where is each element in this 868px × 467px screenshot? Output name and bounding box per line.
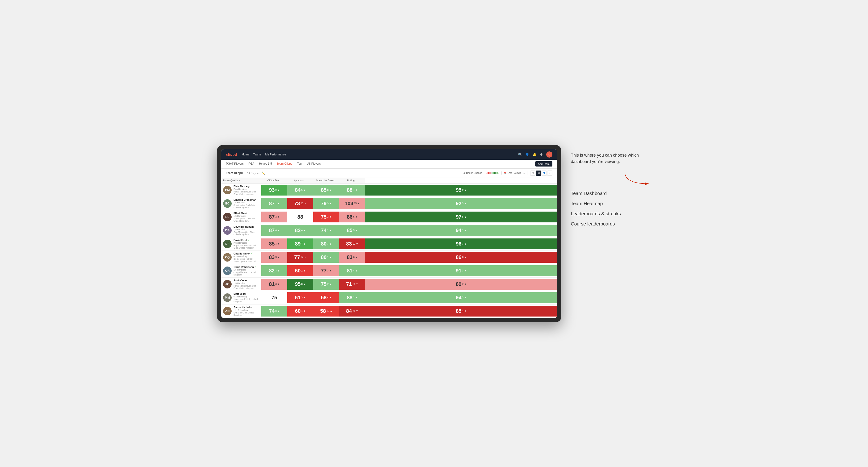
last-rounds-button[interactable]: 📅 Last Rounds: 20 (501, 171, 527, 175)
player-name[interactable]: Aaron Nicholls (234, 306, 259, 309)
score-putting-3[interactable]: 941 ▲ (365, 224, 557, 237)
player-name[interactable]: Chris Robertson ✓ (234, 266, 259, 269)
table-row[interactable]: ANAaron Nicholls11-15 HandicapDrift Golf… (221, 304, 557, 318)
nav-teams[interactable]: Teams (253, 152, 261, 157)
score-approach-4[interactable]: 803 ▲ (313, 237, 339, 250)
score-quality-0[interactable]: 939 ▲ (261, 183, 287, 197)
score-change: 4 ▲ (353, 269, 358, 272)
score-off_tee-2[interactable]: 88 (287, 210, 313, 224)
score-around_green-0[interactable]: 881 ▼ (339, 183, 365, 197)
score-quality-1[interactable]: 871 ▲ (261, 197, 287, 210)
score-off_tee-8[interactable]: 613 ▼ (287, 291, 313, 304)
player-name[interactable]: David Ford ✓ (234, 239, 259, 242)
profile-icon[interactable]: 👤 (525, 153, 529, 156)
score-around_green-9[interactable]: 8421 ▼ (339, 304, 365, 318)
table-row[interactable]: BMBlair McHargPlus HandicapRoyal North D… (221, 183, 557, 197)
player-name[interactable]: Matt Miller (234, 292, 259, 295)
score-around_green-8[interactable]: 882 ▼ (339, 291, 365, 304)
score-around_green-3[interactable]: 853 ▼ (339, 224, 365, 237)
score-putting-6[interactable]: 913 ▼ (365, 264, 557, 277)
score-putting-4[interactable]: 963 ▲ (365, 237, 557, 250)
score-approach-0[interactable]: 858 ▲ (313, 183, 339, 197)
score-quality-5[interactable]: 833 ▼ (261, 250, 287, 264)
table-row[interactable]: ECEdward Crossman1-5 HandicapSunningdale… (221, 197, 557, 210)
score-putting-0[interactable]: 959 ▲ (365, 183, 557, 197)
edit-team-icon[interactable]: ✏️ (261, 172, 265, 175)
score-approach-7[interactable]: 752 ▲ (313, 277, 339, 291)
notification-icon[interactable]: 🔔 (533, 153, 536, 156)
col-header-off-tee[interactable]: Off the Tee — (261, 178, 287, 184)
table-row[interactable]: JCJosh Coles1-5 HandicapRoyal North Devo… (221, 277, 557, 291)
score-quality-3[interactable]: 874 ▲ (261, 224, 287, 237)
col-header-putting[interactable]: Putting — (339, 178, 365, 184)
subnav-tour[interactable]: Tour (297, 160, 303, 168)
score-around_green-6[interactable]: 814 ▲ (339, 264, 365, 277)
score-approach-9[interactable]: 5810 ▲ (313, 304, 339, 318)
player-name[interactable]: Josh Coles (234, 279, 259, 282)
view-download-button[interactable]: ↓ (547, 170, 552, 176)
subnav-all-players[interactable]: All Players (307, 160, 321, 168)
score-approach-1[interactable]: 799 ▲ (313, 197, 339, 210)
score-off_tee-3[interactable]: 824 ▲ (287, 224, 313, 237)
view-person-button[interactable]: 👤 (541, 170, 547, 176)
score-off_tee-1[interactable]: 7311 ▼ (287, 197, 313, 210)
nav-my-performance[interactable]: My Performance (266, 152, 286, 157)
table-row[interactable]: CRChris Robertson ✓1-5 HandicapCraigmill… (221, 264, 557, 277)
nav-home[interactable]: Home (242, 152, 249, 157)
score-putting-8[interactable]: 943 ▲ (365, 291, 557, 304)
score-around_green-7[interactable]: 7111 ▼ (339, 277, 365, 291)
score-off_tee-6[interactable]: 602 ▲ (287, 264, 313, 277)
score-approach-8[interactable]: 584 ▲ (313, 291, 339, 304)
player-name[interactable]: Edward Crossman (234, 198, 259, 201)
subnav-hcaps[interactable]: Hcaps 1-5 (259, 160, 272, 168)
sort-arrow-off-tee: — (280, 180, 281, 182)
score-putting-1[interactable]: 923 ▼ (365, 197, 557, 210)
col-header-approach[interactable]: Approach — (287, 178, 313, 184)
add-team-button[interactable]: Add Team (535, 161, 552, 166)
search-icon[interactable]: 🔍 (518, 153, 522, 156)
score-putting-2[interactable]: 975 ▲ (365, 210, 557, 224)
subnav-team-clippd[interactable]: Team Clippd (277, 160, 292, 168)
score-quality-7[interactable]: 813 ▼ (261, 277, 287, 291)
settings-icon[interactable]: ⚙ (540, 153, 543, 156)
score-quality-9[interactable]: 748 ▲ (261, 304, 287, 318)
score-around_green-4[interactable]: 8310 ▼ (339, 237, 365, 250)
player-name[interactable]: Elliot Ebert (234, 212, 259, 215)
score-quality-8[interactable]: 75 (261, 291, 287, 304)
score-quality-2[interactable]: 873 ▼ (261, 210, 287, 224)
score-putting-9[interactable]: 854 ▼ (365, 304, 557, 318)
view-grid-button[interactable]: ⊞ (530, 170, 535, 176)
score-off_tee-9[interactable]: 601 ▼ (287, 304, 313, 318)
score-approach-2[interactable]: 753 ▼ (313, 210, 339, 224)
score-putting-7[interactable]: 892 ▼ (365, 277, 557, 291)
score-approach-3[interactable]: 741 ▲ (313, 224, 339, 237)
col-header-around-green[interactable]: Around the Green — (313, 178, 339, 184)
table-row[interactable]: DFDavid Ford ✓Plus HandicapRoyal North D… (221, 237, 557, 250)
score-around_green-2[interactable]: 866 ▼ (339, 210, 365, 224)
table-row[interactable]: EEElliot Ebert1-5 HandicapSunningdale Go… (221, 210, 557, 224)
score-off_tee-7[interactable]: 958 ▲ (287, 277, 313, 291)
table-row[interactable]: MMMatt Miller6-10 HandicapWoburn Golf Cl… (221, 291, 557, 304)
view-table-button[interactable]: ▦ (536, 170, 541, 176)
score-around_green-1[interactable]: 10315 ▲ (339, 197, 365, 210)
subnav-pga[interactable]: PGA (248, 160, 254, 168)
score-putting-5[interactable]: 868 ▼ (365, 250, 557, 264)
score-approach-6[interactable]: 773 ▼ (313, 264, 339, 277)
score-value: 84 (295, 187, 301, 193)
score-off_tee-4[interactable]: 897 ▲ (287, 237, 313, 250)
player-name[interactable]: Blair McHarg (234, 185, 259, 188)
score-approach-5[interactable]: 801 ▲ (313, 250, 339, 264)
player-name[interactable]: Dave Billingham (234, 225, 259, 228)
table-row[interactable]: DBDave Billingham1-5 HandicapGog Magog G… (221, 224, 557, 237)
score-off_tee-0[interactable]: 846 ▲ (287, 183, 313, 197)
score-quality-4[interactable]: 853 ▼ (261, 237, 287, 250)
col-header-player[interactable]: Player Quality ▼ (221, 178, 261, 184)
user-avatar[interactable]: U (546, 151, 552, 158)
score-change: 3 ▼ (328, 216, 332, 218)
score-around_green-5[interactable]: 836 ▼ (339, 250, 365, 264)
player-name[interactable]: Charlie Quick ✓ (234, 252, 259, 255)
table-row[interactable]: CQCharlie Quick ✓6-10 HandicapSt. George… (221, 250, 557, 264)
score-off_tee-5[interactable]: 7714 ▼ (287, 250, 313, 264)
subnav-pgat[interactable]: PGAT Players (226, 160, 244, 168)
score-quality-6[interactable]: 823 ▲ (261, 264, 287, 277)
